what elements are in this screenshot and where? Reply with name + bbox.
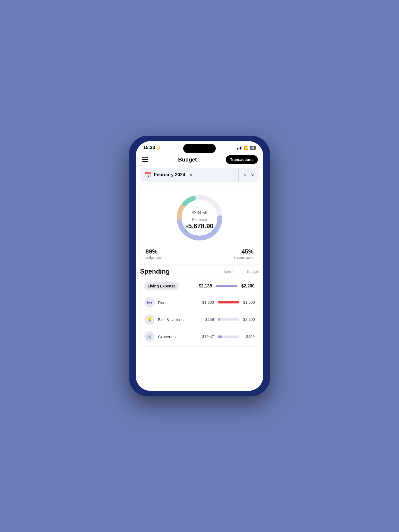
status-icons: 📶 25 xyxy=(237,145,256,150)
budget-spent-stat: 89% budget spent xyxy=(145,248,164,259)
signal-icon xyxy=(237,146,242,150)
budget-col-label: Budget xyxy=(247,269,259,274)
budget-chart-card: Left $234.56 Expense $5,678.90 89% budge… xyxy=(140,185,259,264)
bills-icon: 💡 xyxy=(144,314,155,325)
budget-label: budget spent xyxy=(145,256,164,259)
wifi-icon: 📶 xyxy=(244,145,248,150)
left-value: $234.56 xyxy=(192,210,207,215)
bills-spent: $258 xyxy=(200,317,214,322)
prev-month-button[interactable]: < xyxy=(243,172,246,178)
groceries-budget: $400 xyxy=(243,334,255,339)
date-picker-button[interactable]: 📅 February 2024 ∨ xyxy=(140,168,238,182)
income-percent: 45% xyxy=(242,248,254,255)
rent-label: Rent xyxy=(158,300,197,305)
list-item[interactable]: 🛏 Rent $1,800 $1,500 xyxy=(140,294,259,311)
selected-date: February 2024 xyxy=(154,172,185,178)
calendar-icon: 📅 xyxy=(144,172,151,178)
spending-header: Spending Spent Budget xyxy=(140,268,259,275)
groceries-icon: 🛒 xyxy=(144,331,155,342)
next-month-button[interactable]: > xyxy=(251,172,254,178)
list-item[interactable]: 💡 Bills & Utilities $258 $2,200 xyxy=(140,311,259,328)
phone-frame: 15:33 🌙 📶 25 Budget xyxy=(129,136,270,396)
expense-label: Expense xyxy=(192,217,207,222)
left-label: Left xyxy=(196,205,202,210)
chart-stats: 89% budget spent 45% income spent xyxy=(145,248,254,259)
donut-center-info: Left $234.56 Expense $5,678.90 xyxy=(185,205,213,230)
date-selector: 📅 February 2024 ∨ < > xyxy=(140,168,259,182)
category-progress-bar xyxy=(216,285,237,287)
category-badge: Living Expense xyxy=(144,282,179,290)
bills-progress-bar xyxy=(218,318,239,321)
budget-percent: 89% xyxy=(145,248,164,255)
bills-label: Bills & Utilities xyxy=(158,317,197,322)
groceries-spent: $79.47 xyxy=(200,334,214,339)
bills-progress-fill xyxy=(218,318,220,321)
status-bar: 15:33 🌙 📶 25 xyxy=(136,141,263,153)
chevron-down-icon: ∨ xyxy=(189,172,193,178)
category-spent: $2,138 xyxy=(199,284,212,289)
bills-budget: $2,200 xyxy=(243,317,255,322)
rent-progress-fill xyxy=(218,301,239,303)
rent-budget: $1,500 xyxy=(243,300,255,305)
category-progress-fill xyxy=(216,285,237,287)
income-label: income spent xyxy=(234,256,254,259)
rent-icon: 🛏 xyxy=(144,297,155,308)
column-labels: Spent Budget xyxy=(223,269,259,274)
status-time: 15:33 🌙 xyxy=(143,145,160,150)
spending-card: Living Expense $2,138 $2,200 🛏 Rent $1,8… xyxy=(140,278,259,345)
groceries-progress-fill xyxy=(218,335,222,338)
spending-section: Spending Spent Budget Living Expense $2,… xyxy=(136,268,263,391)
income-spent-stat: 45% income spent xyxy=(234,248,254,259)
bills-amounts: $258 $2,200 xyxy=(200,317,255,322)
phone-screen: 15:33 🌙 📶 25 Budget xyxy=(136,141,263,391)
category-amounts: $2,138 $2,200 xyxy=(199,284,255,289)
groceries-progress-bar xyxy=(218,335,239,338)
spending-title: Spending xyxy=(140,268,170,275)
groceries-amounts: $79.47 $400 xyxy=(200,334,255,339)
rent-spent: $1,800 xyxy=(200,300,214,305)
transactions-button[interactable]: Transactions xyxy=(226,155,258,164)
category-budget: $2,200 xyxy=(241,284,255,289)
battery-icon: 25 xyxy=(250,146,256,150)
expense-value: $5,678.90 xyxy=(185,222,213,230)
rent-progress-bar xyxy=(218,301,239,303)
app-header: Budget Transactions xyxy=(136,153,263,168)
page-title: Budget xyxy=(178,157,197,163)
dynamic-island xyxy=(183,144,216,153)
groceries-label: Groceries xyxy=(158,334,197,339)
menu-button[interactable] xyxy=(141,156,149,163)
time-text: 15:33 xyxy=(143,145,155,150)
moon-icon: 🌙 xyxy=(156,146,160,150)
spent-col-label: Spent xyxy=(223,269,233,274)
category-row-living-expense[interactable]: Living Expense $2,138 $2,200 xyxy=(140,278,259,294)
donut-chart: Left $234.56 Expense $5,678.90 xyxy=(145,191,254,245)
date-nav: < > xyxy=(238,168,259,182)
list-item[interactable]: 🛒 Groceries $79.47 $400 xyxy=(140,328,259,345)
rent-amounts: $1,800 $1,500 xyxy=(200,300,255,305)
